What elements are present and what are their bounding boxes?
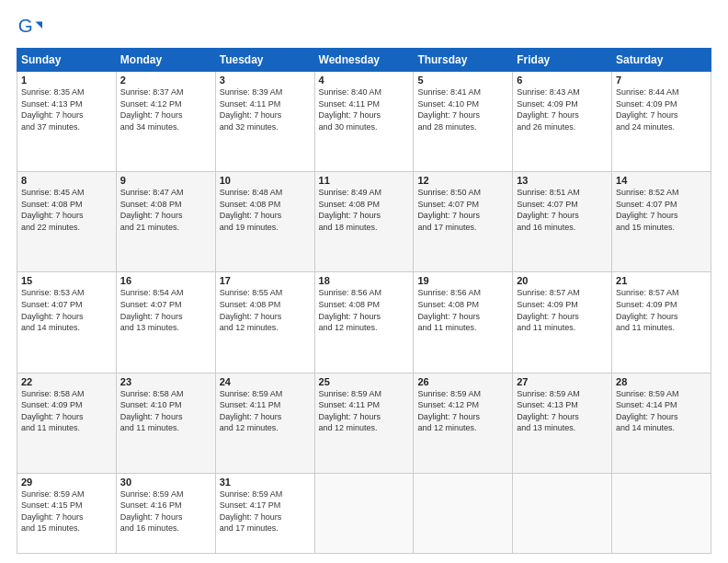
logo-icon: G xyxy=(17,15,42,40)
day-number: 31 xyxy=(220,477,311,488)
day-number: 19 xyxy=(417,275,508,286)
week-row-3: 15Sunrise: 8:53 AM Sunset: 4:07 PM Dayli… xyxy=(17,272,711,373)
day-cell: 22Sunrise: 8:58 AM Sunset: 4:09 PM Dayli… xyxy=(17,373,117,473)
day-number: 27 xyxy=(517,376,608,387)
day-number: 18 xyxy=(319,275,410,286)
day-info: Sunrise: 8:53 AM Sunset: 4:07 PM Dayligh… xyxy=(21,288,85,332)
day-number: 6 xyxy=(517,75,608,86)
day-cell: 26Sunrise: 8:59 AM Sunset: 4:12 PM Dayli… xyxy=(414,373,513,473)
day-cell: 14Sunrise: 8:52 AM Sunset: 4:07 PM Dayli… xyxy=(612,172,711,272)
day-cell: 27Sunrise: 8:59 AM Sunset: 4:13 PM Dayli… xyxy=(513,373,612,473)
day-cell: 20Sunrise: 8:57 AM Sunset: 4:09 PM Dayli… xyxy=(513,272,612,373)
day-cell: 24Sunrise: 8:59 AM Sunset: 4:11 PM Dayli… xyxy=(215,373,314,473)
day-info: Sunrise: 8:59 AM Sunset: 4:13 PM Dayligh… xyxy=(517,389,580,433)
day-cell: 5Sunrise: 8:41 AM Sunset: 4:10 PM Daylig… xyxy=(414,72,513,172)
weekday-header-row: SundayMondayTuesdayWednesdayThursdayFrid… xyxy=(17,49,711,72)
day-info: Sunrise: 8:48 AM Sunset: 4:08 PM Dayligh… xyxy=(220,188,283,232)
page: G SundayMondayTuesdayWednesdayThursdayFr… xyxy=(0,0,728,563)
day-info: Sunrise: 8:44 AM Sunset: 4:09 PM Dayligh… xyxy=(616,87,679,132)
day-info: Sunrise: 8:57 AM Sunset: 4:09 PM Dayligh… xyxy=(616,288,679,332)
week-row-1: 1Sunrise: 8:35 AM Sunset: 4:13 PM Daylig… xyxy=(17,72,711,172)
day-cell: 23Sunrise: 8:58 AM Sunset: 4:10 PM Dayli… xyxy=(116,373,215,473)
day-number: 8 xyxy=(21,175,112,186)
day-number: 3 xyxy=(220,75,311,86)
day-cell: 3Sunrise: 8:39 AM Sunset: 4:11 PM Daylig… xyxy=(215,72,314,172)
weekday-sunday: Sunday xyxy=(17,49,117,72)
day-info: Sunrise: 8:43 AM Sunset: 4:09 PM Dayligh… xyxy=(517,87,580,132)
day-number: 10 xyxy=(220,175,311,186)
day-cell: 10Sunrise: 8:48 AM Sunset: 4:08 PM Dayli… xyxy=(215,172,314,272)
day-info: Sunrise: 8:47 AM Sunset: 4:08 PM Dayligh… xyxy=(120,188,184,232)
day-number: 13 xyxy=(517,175,608,186)
day-info: Sunrise: 8:56 AM Sunset: 4:08 PM Dayligh… xyxy=(319,288,382,332)
weekday-tuesday: Tuesday xyxy=(215,49,314,72)
day-cell: 8Sunrise: 8:45 AM Sunset: 4:08 PM Daylig… xyxy=(17,172,117,272)
day-number: 4 xyxy=(319,75,410,86)
day-number: 7 xyxy=(616,75,707,86)
day-cell: 25Sunrise: 8:59 AM Sunset: 4:11 PM Dayli… xyxy=(314,373,414,473)
week-row-4: 22Sunrise: 8:58 AM Sunset: 4:09 PM Dayli… xyxy=(17,373,711,473)
day-cell: 21Sunrise: 8:57 AM Sunset: 4:09 PM Dayli… xyxy=(612,272,711,373)
logo: G xyxy=(17,15,46,40)
day-cell xyxy=(612,473,711,553)
header: G xyxy=(17,15,711,40)
day-info: Sunrise: 8:58 AM Sunset: 4:09 PM Dayligh… xyxy=(21,389,85,433)
svg-marker-1 xyxy=(36,21,42,28)
day-info: Sunrise: 8:59 AM Sunset: 4:17 PM Dayligh… xyxy=(220,489,283,534)
day-number: 20 xyxy=(517,275,608,286)
day-number: 9 xyxy=(120,175,211,186)
day-info: Sunrise: 8:57 AM Sunset: 4:09 PM Dayligh… xyxy=(517,288,580,332)
day-info: Sunrise: 8:37 AM Sunset: 4:12 PM Dayligh… xyxy=(120,87,184,132)
day-info: Sunrise: 8:52 AM Sunset: 4:07 PM Dayligh… xyxy=(616,188,679,232)
day-info: Sunrise: 8:54 AM Sunset: 4:07 PM Dayligh… xyxy=(120,288,184,332)
day-cell: 11Sunrise: 8:49 AM Sunset: 4:08 PM Dayli… xyxy=(314,172,414,272)
day-info: Sunrise: 8:59 AM Sunset: 4:15 PM Dayligh… xyxy=(21,489,85,534)
day-cell xyxy=(414,473,513,553)
svg-text:G: G xyxy=(18,15,33,36)
day-cell: 30Sunrise: 8:59 AM Sunset: 4:16 PM Dayli… xyxy=(116,473,215,553)
day-info: Sunrise: 8:59 AM Sunset: 4:11 PM Dayligh… xyxy=(319,389,382,433)
day-number: 24 xyxy=(220,376,311,387)
day-number: 16 xyxy=(120,275,211,286)
day-info: Sunrise: 8:58 AM Sunset: 4:10 PM Dayligh… xyxy=(120,389,184,433)
day-cell: 17Sunrise: 8:55 AM Sunset: 4:08 PM Dayli… xyxy=(215,272,314,373)
week-row-2: 8Sunrise: 8:45 AM Sunset: 4:08 PM Daylig… xyxy=(17,172,711,272)
weekday-wednesday: Wednesday xyxy=(314,49,414,72)
day-cell: 4Sunrise: 8:40 AM Sunset: 4:11 PM Daylig… xyxy=(314,72,414,172)
day-info: Sunrise: 8:50 AM Sunset: 4:07 PM Dayligh… xyxy=(417,188,481,232)
day-cell: 19Sunrise: 8:56 AM Sunset: 4:08 PM Dayli… xyxy=(414,272,513,373)
day-cell: 6Sunrise: 8:43 AM Sunset: 4:09 PM Daylig… xyxy=(513,72,612,172)
day-info: Sunrise: 8:59 AM Sunset: 4:11 PM Dayligh… xyxy=(220,389,283,433)
day-number: 12 xyxy=(417,175,508,186)
day-number: 30 xyxy=(120,477,211,488)
day-number: 11 xyxy=(319,175,410,186)
day-info: Sunrise: 8:51 AM Sunset: 4:07 PM Dayligh… xyxy=(517,188,580,232)
day-info: Sunrise: 8:49 AM Sunset: 4:08 PM Dayligh… xyxy=(319,188,382,232)
day-cell: 12Sunrise: 8:50 AM Sunset: 4:07 PM Dayli… xyxy=(414,172,513,272)
day-cell: 13Sunrise: 8:51 AM Sunset: 4:07 PM Dayli… xyxy=(513,172,612,272)
weekday-friday: Friday xyxy=(513,49,612,72)
weekday-thursday: Thursday xyxy=(414,49,513,72)
day-number: 5 xyxy=(417,75,508,86)
day-number: 2 xyxy=(120,75,211,86)
week-row-5: 29Sunrise: 8:59 AM Sunset: 4:15 PM Dayli… xyxy=(17,473,711,553)
day-cell: 1Sunrise: 8:35 AM Sunset: 4:13 PM Daylig… xyxy=(17,72,117,172)
weekday-saturday: Saturday xyxy=(612,49,711,72)
day-cell: 28Sunrise: 8:59 AM Sunset: 4:14 PM Dayli… xyxy=(612,373,711,473)
day-cell xyxy=(513,473,612,553)
day-info: Sunrise: 8:56 AM Sunset: 4:08 PM Dayligh… xyxy=(417,288,481,332)
day-cell xyxy=(314,473,414,553)
day-info: Sunrise: 8:59 AM Sunset: 4:14 PM Dayligh… xyxy=(616,389,679,433)
weekday-monday: Monday xyxy=(116,49,215,72)
day-info: Sunrise: 8:55 AM Sunset: 4:08 PM Dayligh… xyxy=(220,288,283,332)
day-number: 23 xyxy=(120,376,211,387)
calendar-table: SundayMondayTuesdayWednesdayThursdayFrid… xyxy=(17,48,711,554)
day-info: Sunrise: 8:59 AM Sunset: 4:16 PM Dayligh… xyxy=(120,489,184,534)
day-cell: 29Sunrise: 8:59 AM Sunset: 4:15 PM Dayli… xyxy=(17,473,117,553)
day-info: Sunrise: 8:59 AM Sunset: 4:12 PM Dayligh… xyxy=(417,389,481,433)
day-number: 26 xyxy=(417,376,508,387)
day-cell: 2Sunrise: 8:37 AM Sunset: 4:12 PM Daylig… xyxy=(116,72,215,172)
day-number: 29 xyxy=(21,477,112,488)
day-info: Sunrise: 8:41 AM Sunset: 4:10 PM Dayligh… xyxy=(417,87,481,132)
day-number: 21 xyxy=(616,275,707,286)
